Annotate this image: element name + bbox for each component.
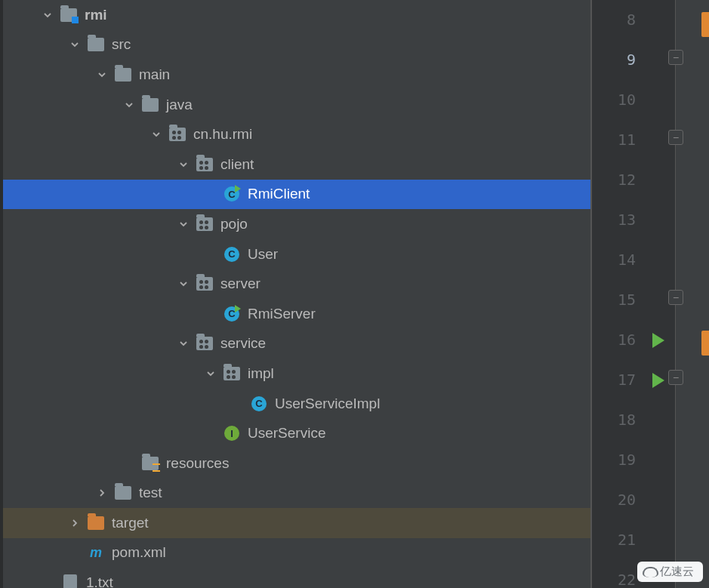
tree-node-label: main [139,66,170,83]
tree-node-test[interactable]: test [3,479,590,509]
editor-overview-marker[interactable] [701,331,709,356]
package-icon [196,158,213,171]
chevron-right-icon[interactable] [94,485,110,501]
line-number[interactable]: 21 [606,520,636,560]
maven-icon: m [88,544,104,561]
run-gutter-icon[interactable] [652,373,664,388]
editor-gutter: 8910111213141516171819202122 [591,0,676,588]
fold-toggle-icon[interactable]: − [668,130,683,145]
tree-node-label: impl [248,365,274,382]
tree-node-rmiserver[interactable]: CRmiServer [3,299,590,329]
runnable-class-icon: C [224,186,239,202]
target-folder-icon [88,516,104,530]
tree-node-rmiclient[interactable]: CRmiClient [3,180,590,210]
line-number[interactable]: 18 [606,400,636,440]
tree-node-label: pom.xml [112,544,166,561]
tree-node-label: test [139,485,162,501]
class-icon: C [224,247,239,262]
editor-overview-marker[interactable] [701,12,709,37]
line-number[interactable]: 15 [606,280,636,320]
line-number[interactable]: 13 [606,200,636,240]
tree-node-main[interactable]: main [3,60,590,90]
fold-toggle-icon[interactable]: − [668,290,683,305]
tree-node-label: UserService [248,425,325,442]
interface-icon: I [224,426,239,441]
tree-node-label: RmiServer [248,306,316,322]
tree-node-label: target [112,515,149,531]
package-icon [196,217,213,231]
tree-node-src[interactable]: src [3,30,590,60]
tree-node-pom-xml[interactable]: mpom.xml [3,538,590,568]
tree-node-cn-hu-rmi[interactable]: cn.hu.rmi [3,119,590,149]
tree-node-service[interactable]: service [3,329,590,359]
folder-icon [88,38,104,51]
chevron-down-icon[interactable] [148,126,165,143]
tree-node-rmi[interactable]: rmi [3,0,590,30]
tree-node-label: rmi [85,7,107,23]
tree-node-label: cn.hu.rmi [193,126,252,143]
chevron-down-icon[interactable] [175,335,192,352]
tree-node-label: User [248,246,278,263]
folder-icon [115,68,131,82]
chevron-down-icon[interactable] [175,216,192,232]
chevron-down-icon[interactable] [202,365,219,382]
chevron-down-icon[interactable] [66,36,83,53]
line-number[interactable]: 22 [606,560,636,588]
tree-node-label: client [220,156,254,173]
tree-node-client[interactable]: client [3,149,590,180]
editor-right-strip: −−−− [676,0,709,588]
line-number[interactable]: 11 [606,120,636,160]
tree-node-resources[interactable]: resources [3,448,590,479]
tree-node-label: service [220,335,266,352]
chevron-down-icon[interactable] [39,7,56,23]
class-icon: C [251,396,267,411]
package-icon [169,128,186,141]
package-icon [196,277,213,291]
tree-node-java[interactable]: java [3,90,590,120]
tree-node-impl[interactable]: impl [3,359,590,389]
line-number[interactable]: 17 [606,360,636,400]
tree-node-server[interactable]: server [3,269,590,299]
tree-node-userserviceimpl[interactable]: CUserServiceImpl [3,389,590,419]
line-number[interactable]: 9 [606,40,636,80]
chevron-down-icon[interactable] [175,156,192,173]
chevron-right-icon[interactable] [66,515,83,531]
tree-node-pojo[interactable]: pojo [3,209,590,239]
line-number[interactable]: 12 [606,160,636,200]
chevron-down-icon[interactable] [121,97,137,113]
package-icon [223,367,240,380]
folder-icon [142,98,159,112]
line-number[interactable]: 19 [606,440,636,480]
tree-node-label: 1.txt [86,574,113,588]
chevron-down-icon[interactable] [94,66,110,83]
tree-node-target[interactable]: target [3,508,590,538]
tree-node-label: src [112,36,131,53]
line-number[interactable]: 16 [606,320,636,360]
watermark-badge: 亿速云 [637,562,703,582]
folder-icon [115,486,131,500]
line-number[interactable]: 8 [606,0,636,40]
project-tree-panel[interactable]: rmisrcmainjavacn.hu.rmiclientCRmiClientp… [0,0,591,588]
tree-node-label: resources [166,455,229,472]
resources-folder-icon [142,457,159,470]
line-number[interactable]: 14 [606,240,636,280]
tree-node-label: server [220,276,260,292]
watermark-text: 亿速云 [660,565,694,579]
tree-node-label: pojo [220,216,248,232]
run-gutter-icon[interactable] [652,333,664,348]
fold-toggle-icon[interactable]: − [668,50,683,65]
file-icon [63,574,77,588]
chevron-down-icon[interactable] [175,276,192,292]
tree-node-label: RmiClient [248,186,310,202]
tree-node-1-txt[interactable]: 1.txt [3,568,590,588]
fold-toggle-icon[interactable]: − [668,370,683,385]
line-number[interactable]: 20 [606,480,636,520]
tree-node-label: java [166,97,193,113]
tree-node-userservice[interactable]: IUserService [3,418,590,448]
package-icon [196,337,213,350]
tree-node-label: UserServiceImpl [275,396,380,412]
line-number[interactable]: 10 [606,80,636,120]
tree-node-user[interactable]: CUser [3,239,590,269]
module-folder-icon [60,8,77,22]
runnable-class-icon: C [224,306,239,322]
